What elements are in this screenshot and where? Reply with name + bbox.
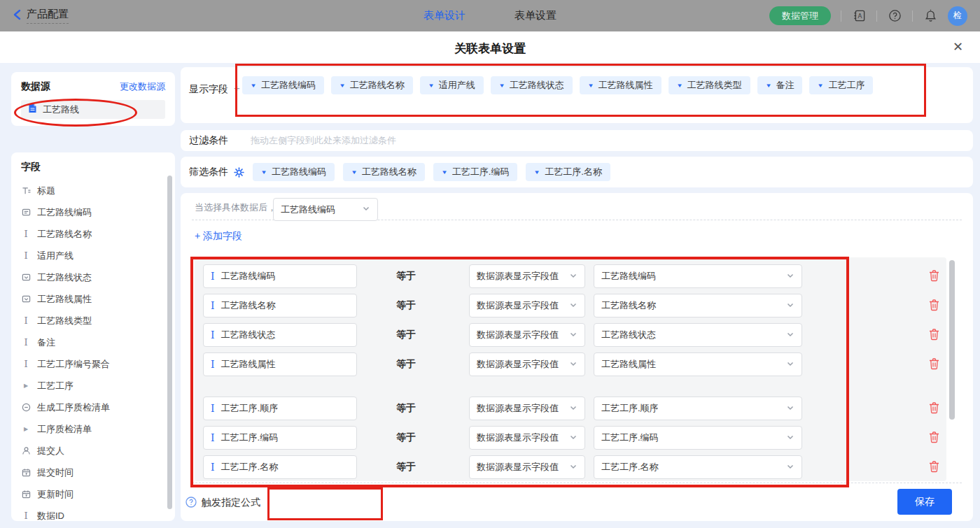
rule-value-select[interactable]: 工艺路线名称 (594, 294, 802, 317)
trigger-formula-label: 触发指定公式 (202, 497, 260, 509)
rule-source-select[interactable]: 数据源表显示字段值 (469, 323, 585, 347)
delete-rule-button[interactable] (928, 431, 942, 445)
filter-conditions-label: 过滤条件 (189, 134, 228, 147)
field-tag[interactable]: ▼适用产线 (420, 76, 484, 94)
rule-value-select[interactable]: 工艺工序.名称 (594, 455, 802, 479)
field-item-label: 工艺工序 (37, 380, 74, 392)
help-icon[interactable] (887, 8, 902, 24)
field-item[interactable]: 工艺路线属性 (21, 288, 175, 310)
rules-list: I工艺路线编码等于数据源表显示字段值工艺路线编码I工艺路线名称等于数据源表显示字… (195, 257, 946, 481)
delete-rule-button[interactable] (928, 328, 942, 342)
field-item[interactable]: 工艺路线状态 (21, 266, 175, 288)
rule-target-field[interactable]: I工艺路线名称 (203, 294, 357, 317)
field-tag-label: 工艺路线状态 (510, 79, 564, 92)
field-item[interactable]: I数据ID (21, 505, 175, 527)
field-item[interactable]: I适用产线 (21, 245, 175, 266)
field-tag[interactable]: ▼工艺路线类型 (668, 76, 750, 94)
fields-scrollbar[interactable] (167, 176, 172, 509)
rule-value-select[interactable]: 工艺路线状态 (594, 323, 802, 347)
rule-target-field[interactable]: I工艺工序.顺序 (203, 397, 357, 420)
field-item[interactable]: ▶工艺工序 (21, 375, 175, 397)
delete-rule-button[interactable] (928, 269, 942, 283)
chevron-down-icon (569, 330, 578, 341)
field-item[interactable]: ▶工序质检清单 (21, 418, 175, 440)
rules-scrollbar[interactable] (949, 260, 955, 420)
field-tag[interactable]: ▼工艺工序 (809, 76, 873, 94)
screening-tags: ▼工艺路线编码▼工艺路线名称▼工艺工序.编码▼工艺工序.名称 (253, 163, 610, 181)
rule-value-select[interactable]: 工艺工序.顺序 (594, 397, 802, 420)
dropdown-triangle-icon: ▼ (498, 83, 505, 89)
rule-source-select[interactable]: 数据源表显示字段值 (469, 264, 585, 288)
rule-row: I工艺路线属性等于数据源表显示字段值工艺路线属性 (195, 352, 946, 376)
rule-target-field[interactable]: I工艺路线属性 (203, 352, 357, 376)
field-item[interactable]: I工艺工序编号聚合 (21, 353, 175, 375)
datasource-panel: 数据源 更改数据源 工艺路线 (11, 72, 175, 126)
rule-target-field[interactable]: I工艺路线状态 (203, 323, 357, 347)
field-tag[interactable]: ▼工艺路线名称 (343, 163, 425, 181)
rule-target-field[interactable]: I工艺工序.名称 (203, 455, 357, 479)
rule-value-select[interactable]: 工艺工序.编码 (594, 426, 802, 450)
field-item[interactable]: 工艺路线编码 (21, 201, 175, 223)
field-tag[interactable]: ▼工艺工序.编码 (433, 163, 518, 181)
field-tag[interactable]: ▼工艺路线状态 (491, 76, 573, 94)
rule-target-field[interactable]: I工艺路线编码 (203, 264, 357, 288)
field-tag[interactable]: ▼工艺工序.名称 (526, 163, 610, 181)
dropdown-triangle-icon: ▼ (765, 83, 772, 89)
field-tag[interactable]: ▼工艺路线编码 (242, 76, 324, 94)
change-datasource-link[interactable]: 更改数据源 (120, 80, 165, 93)
field-tag[interactable]: ▼备注 (757, 76, 803, 94)
field-tag-label: 工艺工序.编码 (452, 166, 510, 178)
tab-form-settings[interactable]: 表单设置 (514, 9, 556, 22)
add-field-button[interactable]: + 添加字段 (195, 230, 242, 243)
user-avatar[interactable]: 检 (948, 6, 967, 26)
rule-source-select[interactable]: 数据源表显示字段值 (469, 352, 585, 376)
delete-rule-button[interactable] (928, 299, 942, 313)
text-icon: I (21, 338, 31, 348)
field-tag-label: 工艺路线编码 (261, 79, 316, 92)
field-item[interactable]: 标题 (21, 180, 175, 201)
rule-target-field[interactable]: I工艺工序.编码 (203, 426, 357, 450)
field-item[interactable]: I工艺路线名称 (21, 223, 175, 245)
dropdown-triangle-icon: ▼ (260, 169, 267, 176)
rule-source-select[interactable]: 数据源表显示字段值 (469, 397, 585, 420)
chevron-down-icon (786, 433, 794, 443)
address-book-icon[interactable]: A (851, 8, 867, 24)
field-item[interactable]: I工艺路线类型 (21, 310, 175, 331)
field-item[interactable]: 更新时间 (21, 483, 175, 505)
notification-bell-icon[interactable] (923, 8, 938, 24)
text-icon: I (21, 511, 31, 521)
field-item[interactable]: 提交时间 (21, 462, 175, 483)
field-tag[interactable]: ▼工艺路线编码 (253, 163, 335, 181)
text-field-icon: I (211, 433, 215, 443)
rule-source-select[interactable]: 数据源表显示字段值 (469, 455, 585, 479)
field-item[interactable]: 提交人 (21, 440, 175, 462)
svg-text:A: A (858, 13, 862, 20)
fields-list: 标题工艺路线编码I工艺路线名称I适用产线工艺路线状态工艺路线属性I工艺路线类型I… (21, 180, 175, 527)
trigger-formula-row: 触发指定公式 (186, 487, 260, 519)
rule-value-select[interactable]: 工艺路线编码 (594, 264, 802, 288)
field-tag[interactable]: ▼工艺路线名称 (331, 76, 413, 94)
field-item[interactable]: I备注 (21, 331, 175, 353)
delete-rule-button[interactable] (928, 401, 942, 415)
save-button[interactable]: 保存 (897, 489, 952, 515)
document-icon (28, 104, 37, 115)
tab-form-design[interactable]: 表单设计 (424, 9, 465, 22)
datasource-item[interactable]: 工艺路线 (21, 100, 165, 119)
data-manage-button[interactable]: 数据管理 (769, 6, 831, 25)
delete-rule-button[interactable] (928, 460, 942, 474)
rule-source-select[interactable]: 数据源表显示字段值 (469, 426, 585, 450)
field-item[interactable]: 生成工序质检清单 (21, 397, 175, 418)
rule-value: 工艺路线编码 (601, 270, 656, 283)
divider (841, 10, 841, 22)
rule-value-select[interactable]: 工艺路线属性 (594, 352, 802, 376)
delete-rule-button[interactable] (928, 357, 942, 371)
close-icon[interactable]: ✕ (953, 39, 963, 55)
trigger-formula-select[interactable]: 工艺路线编码 (273, 198, 378, 221)
field-tag[interactable]: ▼工艺路线属性 (580, 76, 662, 94)
rule-value: 工艺路线名称 (601, 299, 656, 312)
gear-icon[interactable] (234, 167, 244, 178)
rule-source-select[interactable]: 数据源表显示字段值 (469, 294, 585, 317)
field-tag-label: 工艺工序.名称 (545, 166, 602, 178)
rule-row: I工艺路线名称等于数据源表显示字段值工艺路线名称 (195, 294, 946, 317)
add-display-field-button[interactable]: + (234, 82, 240, 94)
